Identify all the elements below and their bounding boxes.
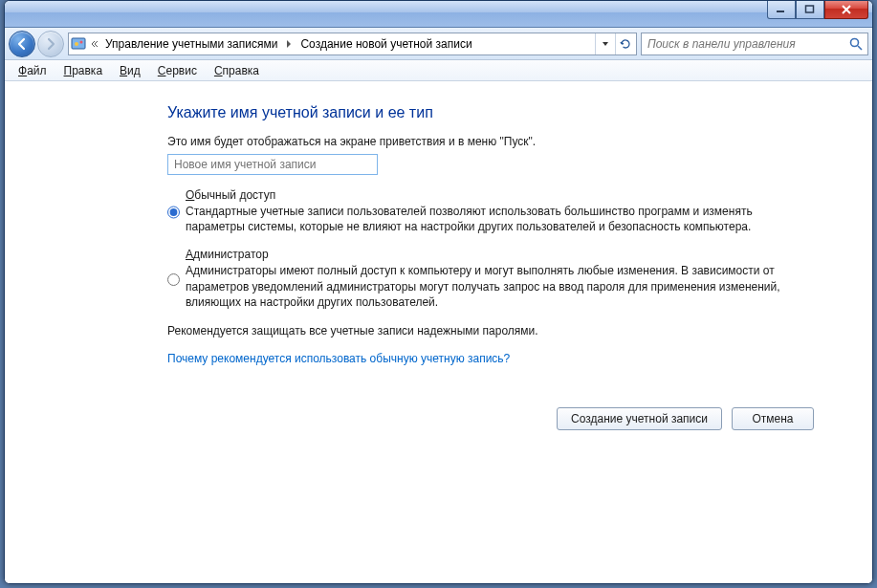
back-button[interactable] — [9, 31, 35, 57]
arrow-left-icon — [15, 37, 29, 51]
breadcrumb-back-chev[interactable] — [88, 40, 99, 48]
minimize-button[interactable] — [767, 1, 796, 19]
option-standard[interactable]: Обычный доступ Стандартные учетные запис… — [167, 188, 837, 234]
titlebar — [5, 1, 872, 28]
window-frame: Управление учетными записями Создание но… — [4, 0, 873, 584]
close-button[interactable] — [824, 1, 868, 19]
chevron-down-icon — [602, 40, 609, 48]
cancel-button[interactable]: Отмена — [732, 407, 814, 430]
page-subtitle: Это имя будет отображаться на экране при… — [167, 135, 837, 148]
svg-point-3 — [75, 42, 78, 46]
breadcrumb-seg-2[interactable]: Создание новой учетной записи — [296, 37, 475, 51]
nav-row: Управление учетными записями Создание но… — [5, 28, 872, 60]
search-icon[interactable] — [848, 36, 864, 52]
svg-rect-1 — [806, 6, 814, 12]
search-box[interactable] — [641, 33, 868, 55]
close-icon — [841, 5, 852, 14]
option-admin[interactable]: Администратор Администраторы имеют полны… — [167, 248, 837, 310]
control-panel-icon — [71, 36, 86, 52]
arrow-right-icon — [44, 37, 57, 51]
menu-file[interactable]: Файл — [11, 62, 55, 79]
refresh-button[interactable] — [615, 33, 634, 54]
menu-bar: Файл Правка Вид Сервис Справка — [5, 60, 872, 81]
option-standard-label: Обычный доступ — [186, 188, 837, 202]
radio-standard[interactable] — [167, 190, 180, 234]
caption-buttons — [767, 1, 868, 20]
svg-rect-0 — [777, 11, 784, 12]
content-area: Укажите имя учетной записи и ее тип Это … — [5, 81, 872, 583]
menu-view[interactable]: Вид — [112, 62, 148, 79]
help-link[interactable]: Почему рекомендуется использовать обычну… — [167, 352, 510, 365]
page-title: Укажите имя учетной записи и ее тип — [167, 104, 837, 121]
nav-buttons — [9, 31, 64, 57]
option-admin-label: Администратор — [186, 248, 837, 261]
chevron-right-icon[interactable] — [283, 40, 295, 48]
password-note: Рекомендуется защищать все учетные запис… — [167, 323, 837, 338]
forward-button[interactable] — [37, 31, 64, 57]
address-bar[interactable]: Управление учетными записями Создание но… — [68, 33, 637, 55]
search-input[interactable] — [646, 36, 844, 52]
svg-point-4 — [80, 40, 83, 43]
menu-edit[interactable]: Правка — [56, 62, 111, 79]
svg-point-5 — [851, 38, 859, 46]
breadcrumb-seg-1[interactable]: Управление учетными записями — [101, 37, 281, 51]
maximize-button[interactable] — [796, 1, 824, 19]
button-row: Создание учетной записи Отмена — [167, 407, 837, 430]
option-admin-desc: Администраторы имеют полный доступ к ком… — [186, 263, 798, 310]
radio-admin[interactable] — [167, 250, 180, 310]
account-name-input[interactable] — [167, 154, 378, 175]
create-account-button[interactable]: Создание учетной записи — [557, 407, 722, 430]
svg-rect-2 — [72, 38, 85, 49]
refresh-icon — [619, 37, 632, 51]
minimize-icon — [776, 5, 787, 14]
address-dropdown-button[interactable] — [596, 33, 615, 54]
menu-tools[interactable]: Сервис — [150, 62, 205, 79]
menu-help[interactable]: Справка — [207, 62, 267, 79]
maximize-icon — [804, 5, 816, 14]
option-standard-desc: Стандартные учетные записи пользователей… — [186, 204, 798, 234]
